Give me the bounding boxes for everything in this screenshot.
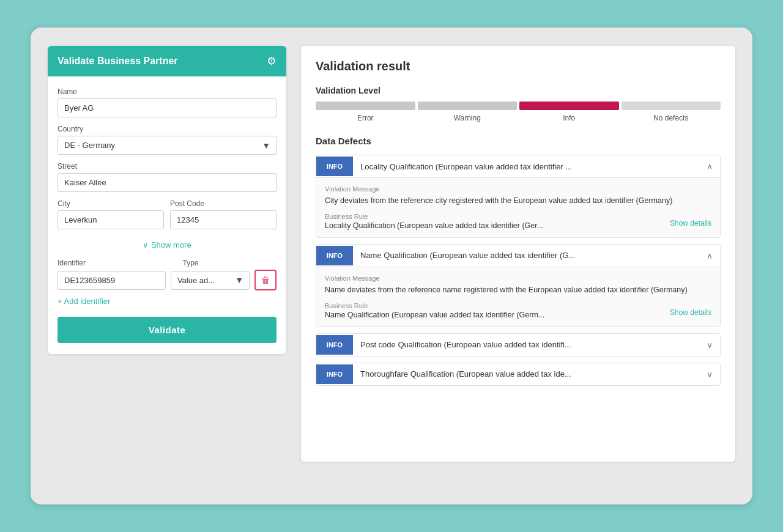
- defect-badge-1: INFO: [316, 157, 353, 176]
- defect-card-1-header[interactable]: INFO Locality Qualification (European va…: [316, 155, 720, 177]
- defect-card-2: INFO Name Qualification (European value …: [316, 244, 721, 327]
- outer-container: Validate Business Partner ⚙ Name Country…: [31, 28, 752, 504]
- trash-icon: 🗑: [261, 275, 270, 285]
- defect-card-2-header[interactable]: INFO Name Qualification (European value …: [316, 245, 720, 267]
- postcode-field: Post Code: [170, 199, 276, 237]
- level-bar-container: [316, 102, 721, 110]
- delete-identifier-button[interactable]: 🗑: [254, 270, 276, 290]
- city-field: City: [58, 199, 164, 237]
- identifier-label: Identifier: [58, 259, 178, 267]
- panel-body: Name Country DE - Germany ▼ Street City …: [48, 76, 286, 354]
- panel-title: Validate Business Partner: [58, 56, 178, 67]
- defect-badge-4: INFO: [316, 364, 353, 384]
- business-rule-left-1: Business Rule Locality Qualification (Eu…: [325, 213, 543, 230]
- defect-badge-2: INFO: [316, 246, 353, 265]
- postcode-input[interactable]: [170, 210, 276, 229]
- business-rule-label-1: Business Rule: [325, 213, 543, 220]
- defect-card-4: INFO Thoroughfare Qualification (Europea…: [316, 363, 721, 386]
- city-postcode-row: City Post Code: [58, 199, 276, 237]
- level-bar-error: [316, 102, 415, 110]
- level-label-nodefects: No defects: [622, 114, 721, 122]
- city-label: City: [58, 199, 164, 208]
- defect-title-2: Name Qualification (European value added…: [353, 245, 699, 266]
- defect-card-4-header[interactable]: INFO Thoroughfare Qualification (Europea…: [316, 363, 720, 385]
- identifier-row: Value ad... ▼ 🗑: [58, 270, 276, 290]
- right-panel: Validation result Validation Level Error…: [301, 46, 735, 462]
- type-label: Type: [183, 259, 199, 267]
- street-label: Street: [58, 162, 276, 171]
- business-rule-text-1: Locality Qualification (European value a…: [325, 221, 543, 230]
- validate-button[interactable]: Validate: [58, 317, 276, 343]
- level-label-warning: Warning: [418, 114, 518, 122]
- street-input[interactable]: [58, 173, 276, 192]
- business-rule-row-2: Business Rule Name Qualification (Europe…: [325, 302, 711, 319]
- country-select-wrapper: DE - Germany ▼: [58, 136, 276, 155]
- validation-level-label: Validation Level: [316, 86, 721, 95]
- name-input[interactable]: [58, 98, 276, 117]
- defect-title-3: Post code Qualification (European value …: [353, 334, 699, 355]
- postcode-label: Post Code: [170, 199, 276, 208]
- violation-label-1: Violation Message: [325, 185, 711, 193]
- panel-header: Validate Business Partner ⚙: [48, 46, 286, 76]
- type-select[interactable]: Value ad...: [171, 271, 250, 290]
- data-defects-title: Data Defects: [316, 136, 721, 146]
- business-rule-text-2: Name Qualification (European value added…: [325, 311, 544, 319]
- level-bar-info: [519, 102, 619, 110]
- defect-badge-3: INFO: [316, 335, 353, 355]
- violation-text-2: Name deviates from the reference name re…: [325, 284, 711, 296]
- left-panel: Validate Business Partner ⚙ Name Country…: [48, 46, 286, 354]
- chevron-down-icon-3[interactable]: ∨: [699, 334, 720, 356]
- level-bar-warning: [418, 102, 518, 110]
- country-label: Country: [58, 125, 276, 133]
- country-select[interactable]: DE - Germany: [58, 136, 276, 155]
- chevron-up-icon-1[interactable]: ∧: [699, 155, 720, 177]
- add-identifier-link[interactable]: + Add identifier: [58, 297, 276, 306]
- city-input[interactable]: [58, 210, 164, 229]
- chevron-up-icon-2[interactable]: ∧: [699, 245, 720, 267]
- defect-card-1: INFO Locality Qualification (European va…: [316, 155, 721, 238]
- identifier-input[interactable]: [58, 271, 166, 290]
- name-label: Name: [58, 87, 276, 96]
- business-rule-left-2: Business Rule Name Qualification (Europe…: [325, 302, 544, 319]
- defect-body-2: Violation Message Name deviates from the…: [316, 267, 720, 327]
- validation-result-title: Validation result: [316, 59, 721, 73]
- business-rule-label-2: Business Rule: [325, 302, 544, 309]
- defect-card-3-header[interactable]: INFO Post code Qualification (European v…: [316, 334, 720, 356]
- type-select-wrapper: Value ad... ▼: [171, 271, 250, 290]
- level-label-error: Error: [316, 114, 415, 122]
- defect-body-1: Violation Message City deviates from the…: [316, 177, 720, 237]
- business-rule-row-1: Business Rule Locality Qualification (Eu…: [325, 213, 711, 230]
- level-bar-nodefects: [622, 102, 721, 110]
- level-label-info: Info: [519, 114, 619, 122]
- defect-title-1: Locality Qualification (European value a…: [353, 156, 699, 177]
- level-labels: Error Warning Info No defects: [316, 114, 721, 122]
- defect-card-3: INFO Post code Qualification (European v…: [316, 333, 721, 357]
- chevron-down-icon-4[interactable]: ∨: [699, 363, 720, 385]
- defect-title-4: Thoroughfare Qualification (European val…: [353, 363, 699, 385]
- show-more-link[interactable]: ∨ Show more: [58, 240, 276, 249]
- violation-label-2: Violation Message: [325, 275, 711, 282]
- gear-icon[interactable]: ⚙: [267, 54, 276, 68]
- show-details-link-1[interactable]: Show details: [670, 219, 711, 227]
- violation-text-1: City deviates from the reference city re…: [325, 195, 711, 207]
- show-details-link-2[interactable]: Show details: [670, 308, 711, 317]
